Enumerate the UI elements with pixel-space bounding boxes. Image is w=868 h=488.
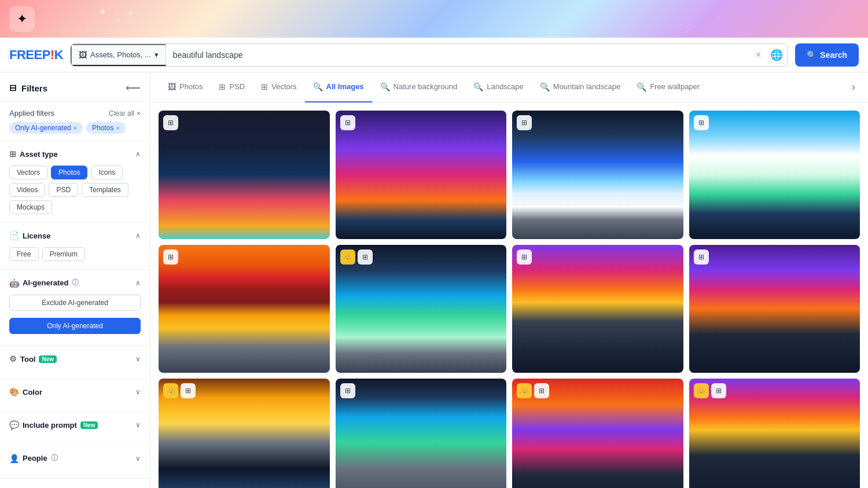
chip-psd[interactable]: PSD — [49, 183, 78, 197]
tab-mountain[interactable]: 🔍 Mountain landscape — [532, 72, 628, 102]
image-card-11[interactable]: 👑 ⊞ — [512, 379, 683, 488]
filter-icon: ⊟ — [9, 83, 17, 93]
collapse-sidebar-button[interactable]: ⟵ — [126, 82, 141, 94]
sidebar-header: ⊟ Filters ⟵ — [0, 72, 150, 102]
image-6-crown-icon[interactable]: 👑 — [340, 249, 355, 265]
tab-mountain-label: Mountain landscape — [553, 82, 620, 91]
filter-tag-photos[interactable]: Photos × — [86, 122, 126, 134]
chip-photos[interactable]: Photos — [51, 166, 87, 179]
chip-vectors[interactable]: Vectors — [9, 166, 47, 179]
chip-premium[interactable]: Premium — [42, 247, 85, 261]
license-icon: 📄 — [9, 231, 19, 240]
sidebar-title-text: Filters — [21, 83, 47, 93]
exclude-ai-button[interactable]: Exclude AI-generated — [9, 295, 141, 311]
chip-mockups[interactable]: Mockups — [9, 200, 52, 214]
chip-free[interactable]: Free — [9, 247, 39, 261]
filter-tag-ai-remove[interactable]: × — [73, 124, 77, 131]
image-3-placeholder — [512, 111, 683, 239]
tab-psd-icon: ⊞ — [219, 82, 226, 91]
image-11-add-icon[interactable]: ⊞ — [534, 383, 549, 398]
tab-photos[interactable]: 🖼 Photos — [160, 72, 211, 102]
image-card-7[interactable]: ⊞ — [512, 245, 683, 373]
image-12-crown-icon[interactable]: 👑 — [694, 383, 709, 398]
tab-psd[interactable]: ⊞ PSD — [211, 72, 253, 102]
image-6-add-icon[interactable]: ⊞ — [358, 249, 373, 265]
tab-nature-bg-icon: 🔍 — [380, 82, 390, 91]
search-type-label: Assets, Photos, ... — [90, 50, 151, 59]
search-button-label: Search — [820, 50, 847, 60]
tab-wallpaper-label: Free wallpaper — [650, 82, 700, 91]
image-7-add-icon[interactable]: ⊞ — [517, 249, 532, 265]
asset-type-chevron: ∧ — [135, 150, 141, 158]
tab-vectors[interactable]: ⊞ Vectors — [253, 72, 304, 102]
image-2-add-icon[interactable]: ⊞ — [340, 115, 355, 130]
search-clear-button[interactable]: × — [751, 50, 766, 60]
image-card-2[interactable]: ⊞ — [336, 111, 507, 239]
ai-generated-header[interactable]: 🤖 AI-generated ⓘ ∧ — [9, 278, 141, 288]
image-10-add-icon[interactable]: ⊞ — [340, 383, 355, 398]
ai-generated-chevron: ∧ — [135, 279, 141, 287]
chip-videos[interactable]: Videos — [9, 183, 45, 197]
main-content: 🖼 Photos ⊞ PSD ⊞ Vectors 🔍 All Images 🔍 … — [150, 72, 868, 488]
chip-templates[interactable]: Templates — [82, 183, 128, 197]
deco-star-1: ✦ — [98, 6, 107, 19]
include-prompt-header[interactable]: 💬 Include prompt New ∨ — [9, 420, 141, 430]
people-header[interactable]: 👤 People ⓘ ∨ — [9, 453, 141, 463]
asset-type-header[interactable]: ⊞ Asset type ∧ — [9, 149, 141, 159]
tab-psd-label: PSD — [229, 82, 245, 91]
tab-wallpaper-icon: 🔍 — [637, 82, 646, 91]
clear-all-button[interactable]: Clear all × — [109, 109, 141, 118]
image-9-add-icon[interactable]: ⊞ — [181, 383, 196, 398]
image-card-5[interactable]: ⊞ — [159, 245, 330, 373]
image-1-add-icon[interactable]: ⊞ — [163, 115, 178, 130]
deco-star-3: ✦ — [127, 9, 134, 18]
search-input[interactable] — [166, 44, 751, 66]
image-card-6[interactable]: 👑 ⊞ — [336, 245, 507, 373]
tab-landscape-label: Landscape — [487, 82, 524, 91]
people-icon: 👤 — [9, 454, 19, 463]
tool-icon: ⚙ — [9, 354, 17, 364]
image-card-1[interactable]: ⊞ — [159, 111, 330, 239]
tool-title: ⚙ Tool New — [9, 354, 57, 364]
tabs-more-button[interactable]: › — [848, 81, 859, 93]
tool-header[interactable]: ⚙ Tool New ∨ — [9, 354, 141, 364]
image-card-4[interactable]: ⊞ — [689, 111, 860, 239]
tab-wallpaper[interactable]: 🔍 Free wallpaper — [628, 72, 708, 102]
logo-k: K — [54, 47, 63, 62]
tab-photos-icon: 🖼 — [168, 82, 176, 91]
include-prompt-section: 💬 Include prompt New ∨ — [0, 412, 150, 445]
image-4-add-icon[interactable]: ⊞ — [694, 115, 709, 130]
image-8-placeholder — [689, 245, 860, 373]
orientation-section: ⇄ Orientation ∧ ▭ Horizontal ▯ Vertical — [0, 479, 150, 488]
color-header[interactable]: 🎨 Color ∨ — [9, 387, 141, 397]
color-title: 🎨 Color — [9, 387, 42, 397]
license-header[interactable]: 📄 License ∧ — [9, 231, 141, 240]
tab-landscape[interactable]: 🔍 Landscape — [465, 72, 532, 102]
filter-tag-ai[interactable]: Only AI-generated × — [9, 122, 83, 134]
search-type-chevron: ▾ — [155, 50, 159, 59]
chip-icons[interactable]: Icons — [91, 166, 123, 179]
tab-all-images[interactable]: 🔍 All Images — [305, 72, 372, 102]
image-11-crown-icon[interactable]: 👑 — [517, 383, 532, 398]
only-ai-button[interactable]: Only AI-generated — [9, 318, 141, 334]
asset-type-icon: ⊞ — [9, 149, 16, 159]
search-lang-button[interactable]: 🌐 — [766, 49, 788, 61]
search-button[interactable]: 🔍 Search — [795, 43, 859, 67]
search-type-button[interactable]: 🖼 Assets, Photos, ... ▾ — [71, 44, 166, 66]
tab-nature-bg[interactable]: 🔍 Nature background — [372, 72, 466, 102]
filter-tag-photos-remove[interactable]: × — [116, 124, 120, 131]
image-col-2: ⊞ 👑 ⊞ ⊞ — [336, 111, 507, 488]
image-card-3[interactable]: ⊞ — [512, 111, 683, 239]
image-9-crown-icon[interactable]: 👑 — [163, 383, 178, 398]
image-3-add-icon[interactable]: ⊞ — [517, 115, 532, 130]
image-card-8[interactable]: ⊞ — [689, 245, 860, 373]
image-5-add-icon[interactable]: ⊞ — [163, 249, 178, 265]
image-card-9[interactable]: 👑 ⊞ — [159, 379, 330, 488]
ai-generated-icon: 🤖 — [9, 278, 19, 288]
image-12-add-icon[interactable]: ⊞ — [711, 383, 726, 398]
image-card-10[interactable]: ⊞ — [336, 379, 507, 488]
image-card-12[interactable]: 👑 ⊞ — [689, 379, 860, 488]
image-8-add-icon[interactable]: ⊞ — [694, 249, 709, 265]
header: FREEP!K 🖼 Assets, Photos, ... ▾ × 🌐 🔍 Se… — [0, 38, 868, 72]
tab-all-images-label: All Images — [326, 82, 364, 91]
